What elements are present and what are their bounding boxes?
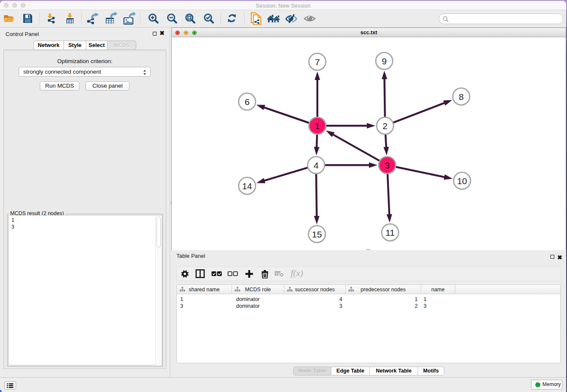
- svg-text:9: 9: [382, 56, 387, 66]
- svg-text:7: 7: [315, 57, 320, 67]
- svg-text:11: 11: [385, 228, 395, 237]
- svg-text:10: 10: [457, 176, 467, 186]
- svg-text:1: 1: [315, 121, 320, 131]
- svg-text:2: 2: [383, 121, 388, 131]
- svg-text:4: 4: [314, 160, 319, 170]
- svg-text:8: 8: [459, 92, 464, 102]
- svg-text:3: 3: [385, 160, 390, 170]
- svg-text:15: 15: [312, 229, 322, 239]
- svg-text:6: 6: [245, 97, 250, 107]
- svg-text:14: 14: [242, 181, 252, 191]
